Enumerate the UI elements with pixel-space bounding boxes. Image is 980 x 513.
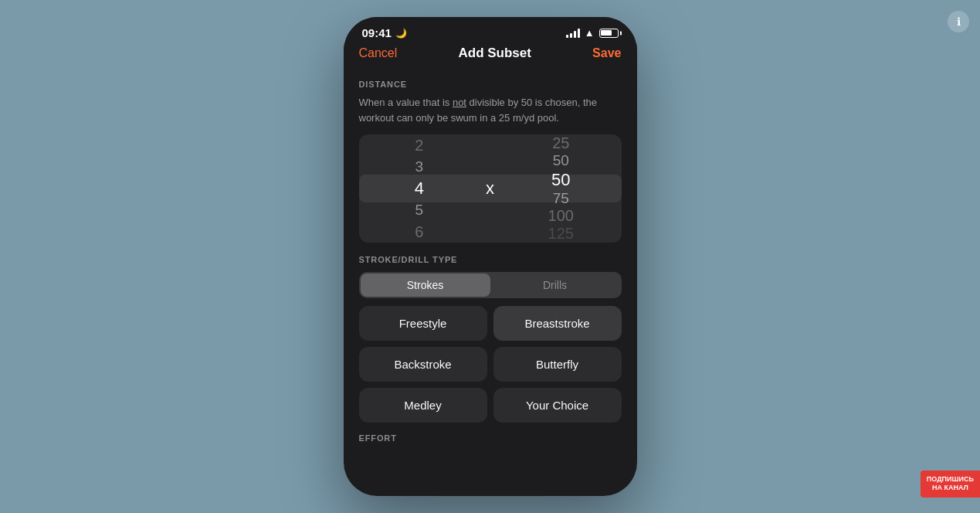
picker-item: 5 (415, 199, 423, 221)
status-icons: ▲ (566, 27, 619, 39)
info-icon: ℹ (957, 15, 961, 28)
your-choice-button[interactable]: Your Choice (493, 388, 622, 423)
subscribe-line2: НА КАНАЛ (932, 484, 968, 491)
medley-button[interactable]: Medley (359, 388, 487, 423)
picker-highlight (359, 175, 622, 202)
save-button[interactable]: Save (592, 46, 621, 60)
distance-picker[interactable]: 2 3 4 5 6 x 25 50 50 75 100 125 (359, 134, 622, 243)
strokes-segment[interactable]: Strokes (361, 273, 490, 297)
signal-icon (566, 29, 580, 38)
status-bar: 09:41 🌙 ▲ (344, 17, 637, 42)
stroke-section-label: STROKE/DRILL TYPE (359, 255, 622, 264)
subscribe-line1: ПОДПИШИСЬ (927, 475, 974, 483)
not-text: not (453, 97, 466, 108)
page-title: Add Subset (458, 46, 531, 61)
nav-bar: Cancel Add Subset Save (344, 42, 637, 67)
picker-item: 25 (552, 134, 569, 152)
butterfly-button[interactable]: Butterfly (493, 347, 622, 382)
wifi-icon: ▲ (585, 27, 595, 39)
picker-item: 2 (415, 134, 423, 156)
picker-item: 6 (415, 221, 423, 243)
phone-frame: 09:41 🌙 ▲ Cancel Add Subset Save DISTANC… (344, 17, 637, 496)
info-button[interactable]: ℹ (948, 11, 969, 32)
breaststroke-button[interactable]: Breaststroke (493, 306, 622, 341)
backstroke-button[interactable]: Backstroke (359, 347, 487, 382)
picker-item: 50 (553, 152, 569, 170)
freestyle-button[interactable]: Freestyle (359, 306, 487, 341)
effort-section-label: EFFORT (359, 433, 622, 443)
cancel-button[interactable]: Cancel (359, 46, 398, 60)
content-area: DISTANCE When a value that is not divisi… (344, 67, 637, 484)
moon-icon: 🌙 (395, 28, 407, 39)
subscribe-badge[interactable]: ПОДПИШИСЬ НА КАНАЛ (921, 471, 980, 498)
stroke-drill-segmented-control: Strokes Drills (359, 272, 622, 298)
picker-item: 100 (548, 207, 574, 225)
battery-icon (599, 29, 619, 38)
distance-section-label: DISTANCE (359, 80, 622, 89)
stroke-buttons-grid: Freestyle Breaststroke Backstroke Butter… (359, 306, 622, 423)
picker-item: 125 (548, 225, 574, 243)
drills-segment[interactable]: Drills (490, 273, 620, 297)
distance-note: When a value that is not divisible by 50… (359, 95, 622, 125)
status-time: 09:41 🌙 (362, 26, 407, 39)
